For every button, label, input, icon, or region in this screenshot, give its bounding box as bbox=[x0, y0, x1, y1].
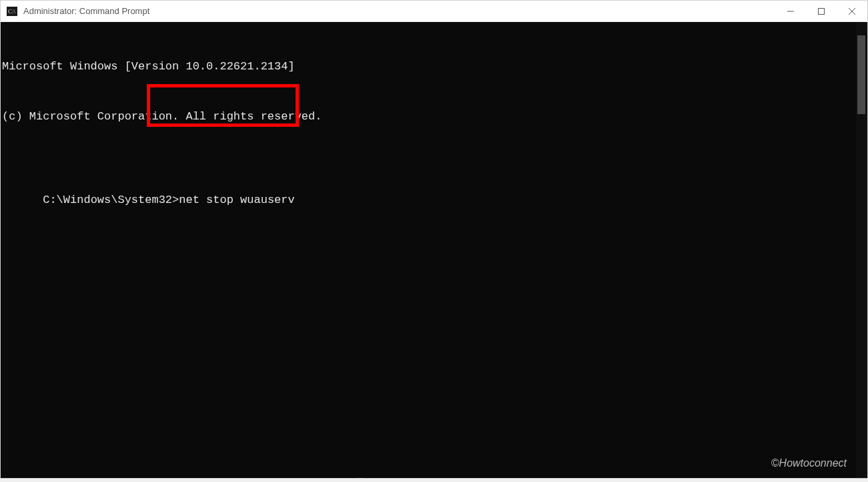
cmd-icon: C:\ bbox=[6, 6, 18, 17]
vertical-scrollbar[interactable] bbox=[856, 22, 867, 478]
svg-rect-3 bbox=[819, 8, 825, 14]
command-prompt-window: C:\ Administrator: Command Prompt Micros… bbox=[0, 0, 868, 479]
scrollbar-thumb[interactable] bbox=[857, 35, 865, 114]
watermark-text: ©Howtoconnect bbox=[771, 455, 847, 471]
terminal-output-line: (c) Microsoft Corporation. All rights re… bbox=[1, 108, 856, 125]
titlebar: C:\ Administrator: Command Prompt bbox=[1, 1, 867, 22]
terminal[interactable]: Microsoft Windows [Version 10.0.22621.21… bbox=[1, 22, 856, 478]
window-controls bbox=[775, 1, 867, 21]
terminal-output-line: Microsoft Windows [Version 10.0.22621.21… bbox=[1, 58, 856, 75]
typed-command: net stop wuauserv bbox=[179, 194, 294, 206]
maximize-button[interactable] bbox=[806, 1, 837, 21]
prompt-path: C:\Windows\System32> bbox=[43, 194, 179, 206]
terminal-prompt-line: C:\Windows\System32>net stop wuauserv bbox=[41, 194, 294, 206]
text-cursor bbox=[357, 478, 364, 479]
close-button[interactable] bbox=[837, 1, 867, 21]
blank-line bbox=[1, 158, 856, 175]
minimize-button[interactable] bbox=[775, 1, 806, 21]
svg-text:C:\: C:\ bbox=[8, 8, 16, 15]
terminal-area: Microsoft Windows [Version 10.0.22621.21… bbox=[1, 22, 867, 478]
window-title: Administrator: Command Prompt bbox=[23, 6, 775, 16]
